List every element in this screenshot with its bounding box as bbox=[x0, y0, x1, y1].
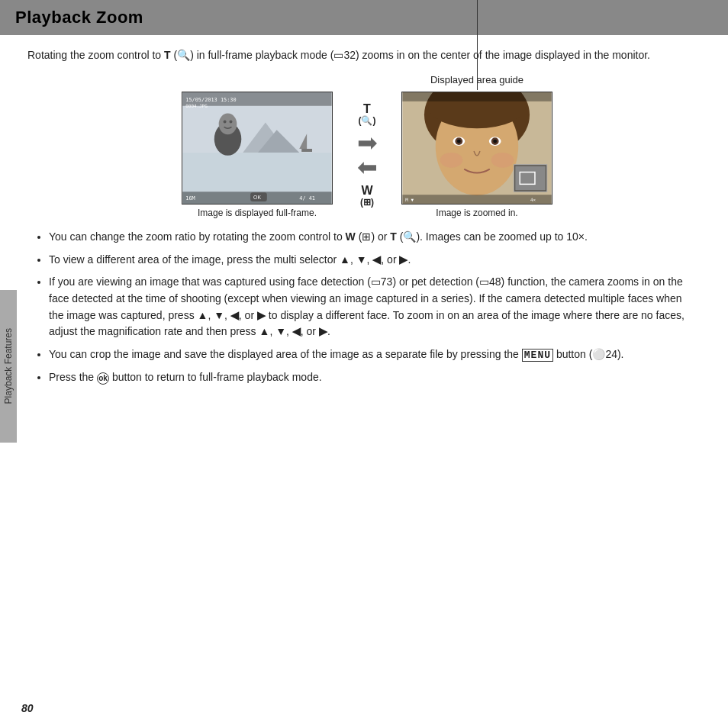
w-arrow-label: W (⊞) bbox=[360, 184, 374, 208]
svg-rect-6 bbox=[301, 149, 312, 152]
t-bold: T bbox=[390, 230, 397, 243]
zoom-icon: 🔍 bbox=[403, 230, 416, 243]
full-frame-caption: Image is displayed full-frame. bbox=[198, 208, 317, 218]
face-detect-ref: ▭73 bbox=[371, 275, 393, 288]
w-label: W bbox=[361, 184, 372, 198]
svg-text:4×: 4× bbox=[530, 198, 536, 202]
diagram-row: 15/05/2013 15:30 0004.JPG 16M 4/ 41 OK I… bbox=[182, 92, 552, 218]
w-symbol: (⊞) bbox=[360, 198, 374, 208]
svg-text:M ▼: M ▼ bbox=[405, 198, 414, 202]
svg-point-10 bbox=[230, 121, 233, 124]
svg-rect-32 bbox=[402, 195, 551, 204]
left-arrow: ⬅ bbox=[357, 155, 378, 179]
right-arr2: ▶ bbox=[257, 309, 266, 321]
page-number: 80 bbox=[21, 702, 34, 714]
svg-point-25 bbox=[457, 140, 461, 143]
svg-text:0004.JPG: 0004.JPG bbox=[185, 104, 208, 108]
svg-point-30 bbox=[491, 153, 514, 168]
side-tab: Playback Features bbox=[0, 290, 17, 443]
bullet-item: You can change the zoom ratio by rotatin… bbox=[49, 229, 699, 246]
diagram-container: Displayed area guide bbox=[27, 74, 707, 218]
svg-point-28 bbox=[493, 140, 497, 143]
up-arr3: ▲ bbox=[259, 325, 270, 337]
right-arr3: ▶ bbox=[319, 325, 327, 337]
zoomed-display: M ▼ 4× bbox=[401, 92, 552, 205]
side-tab-label: Playback Features bbox=[3, 328, 14, 404]
ok-button-icon: ok bbox=[97, 372, 109, 385]
bullet-item: To view a different area of the image, p… bbox=[49, 252, 699, 269]
down-arr3: ▼ bbox=[275, 325, 286, 337]
pet-detect-ref: ▭48 bbox=[479, 275, 501, 288]
zoom-arrow-area: T (🔍) ➡ ⬅ W (⊞) bbox=[333, 102, 401, 208]
down-arrow: ▼ bbox=[356, 253, 367, 266]
svg-point-29 bbox=[440, 153, 463, 168]
bullet-list: You can change the zoom ratio by rotatin… bbox=[35, 229, 699, 386]
svg-text:16M: 16M bbox=[185, 195, 195, 201]
page-title: Playback Zoom bbox=[15, 8, 713, 27]
t-arrow-label: T (🔍) bbox=[359, 102, 376, 126]
diagram-label-row: Displayed area guide bbox=[27, 74, 707, 85]
w-bold: W bbox=[346, 230, 356, 243]
svg-point-8 bbox=[219, 114, 237, 135]
page-header: Playback Zoom bbox=[0, 0, 728, 35]
left-arr3: ◀ bbox=[292, 325, 301, 337]
down-arr2: ▼ bbox=[214, 309, 224, 321]
displayed-area-guide-label: Displayed area guide bbox=[401, 74, 552, 85]
left-arrow-nav: ◀ bbox=[372, 253, 381, 266]
intro-paragraph: Rotating the zoom control to T (🔍) in fu… bbox=[27, 47, 684, 63]
svg-text:OK: OK bbox=[253, 195, 261, 200]
svg-text:4/  41: 4/ 41 bbox=[299, 195, 315, 201]
right-arrow: ➡ bbox=[357, 130, 378, 155]
zoom-frame-wrap: M ▼ 4× Image is zoomed in. bbox=[401, 92, 552, 218]
bullet-item: If you are viewing an image that was cap… bbox=[49, 274, 699, 340]
svg-text:15/05/2013  15:30: 15/05/2013 15:30 bbox=[185, 97, 236, 103]
up-arr2: ▲ bbox=[198, 309, 208, 321]
t-q-symbol: (🔍) bbox=[359, 116, 376, 126]
magnify-symbol: 🔍 bbox=[177, 49, 190, 61]
menu-button-icon: MENU bbox=[522, 349, 553, 362]
svg-rect-31 bbox=[402, 92, 551, 101]
t-label: T bbox=[363, 102, 371, 116]
main-content: Rotating the zoom control to T (🔍) in fu… bbox=[0, 35, 728, 404]
up-arrow: ▲ bbox=[340, 253, 350, 266]
bullet-item: Press the ok button to return to full-fr… bbox=[49, 369, 699, 386]
page-ref-icon: ▭32 bbox=[333, 49, 356, 61]
zoom-frame-caption: Image is zoomed in. bbox=[436, 208, 517, 218]
full-frame-display: 15/05/2013 15:30 0004.JPG 16M 4/ 41 OK bbox=[182, 92, 333, 205]
svg-point-9 bbox=[224, 121, 227, 124]
settings-ref: ⚪24 bbox=[592, 348, 617, 360]
right-arrow-nav: ▶ bbox=[399, 253, 407, 266]
t-symbol: T bbox=[164, 49, 171, 61]
bullet-item: You can crop the image and save the disp… bbox=[49, 346, 699, 363]
full-frame-wrap: 15/05/2013 15:30 0004.JPG 16M 4/ 41 OK I… bbox=[182, 92, 333, 218]
grid-icon: ⊞ bbox=[362, 230, 371, 243]
left-arr2: ◀ bbox=[230, 309, 239, 321]
